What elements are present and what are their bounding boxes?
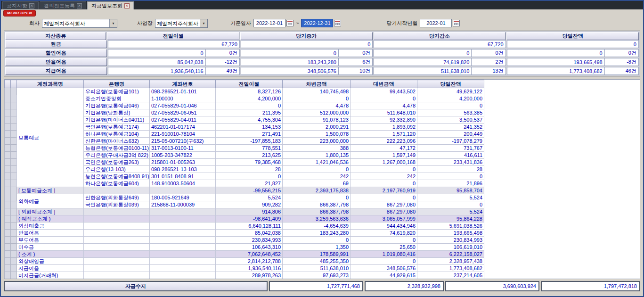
cell-account[interactable]: 부도어음 xyxy=(17,237,84,244)
cell-debit[interactable]: 242 xyxy=(283,173,351,180)
cell-account[interactable]: 받을어음 xyxy=(17,230,84,237)
cell-bal[interactable]: 230,834,993 xyxy=(417,237,484,244)
cell-bal[interactable]: 2,328,957,438 xyxy=(417,258,484,265)
row-indicator[interactable] xyxy=(11,180,17,187)
row-indicator[interactable] xyxy=(5,109,11,116)
cell-debit[interactable]: 2,393,175,838 xyxy=(283,187,351,194)
cell-bal[interactable]: 731,767 xyxy=(417,145,484,152)
cell-bal[interactable]: 6,222,158,027 xyxy=(417,251,484,258)
cell-credit[interactable]: 511,648,010 xyxy=(351,109,417,116)
cell-acct[interactable]: 317-0013-0100-11 xyxy=(150,145,216,152)
row-indicator[interactable] xyxy=(5,237,11,244)
cell-credit[interactable]: 92,332,890 xyxy=(351,116,417,124)
cell-credit[interactable]: 0 xyxy=(351,180,417,187)
cell-debit[interactable]: 223,000,000 xyxy=(283,138,351,145)
cell-account[interactable]: 지급어음 xyxy=(17,265,84,272)
cell-credit[interactable]: 867,297,080 xyxy=(351,208,417,215)
row-indicator[interactable] xyxy=(5,138,11,145)
cell-account[interactable]: ( 소계 ) xyxy=(17,251,84,258)
tab-daily-funds-report[interactable]: 자금일보조회 × xyxy=(87,1,134,9)
cell-credit[interactable]: 25,650 xyxy=(351,244,417,251)
cell-prev[interactable]: 79,385,468 xyxy=(216,159,283,166)
row-indicator[interactable] xyxy=(5,194,11,201)
cell-account[interactable]: 외상매입금 xyxy=(17,258,84,265)
cell-bal[interactable]: 200,449 xyxy=(417,131,484,138)
cell-bank[interactable]: 우리은행(13-103) xyxy=(84,166,150,173)
cell-bank[interactable]: 우리은행(보통예금101) xyxy=(84,88,150,95)
cell-debit[interactable]: 4,478 xyxy=(283,102,351,109)
cell-credit[interactable]: 4,478 xyxy=(351,102,417,109)
row-indicator[interactable] xyxy=(11,244,17,251)
cell-credit[interactable]: 99,443,502 xyxy=(351,88,417,95)
cell-bank[interactable]: 농협은행(보통예금8408-91) xyxy=(84,173,150,180)
row-indicator[interactable] xyxy=(11,116,17,124)
cell-bank[interactable] xyxy=(84,230,150,237)
cell-bal[interactable]: 0 xyxy=(417,102,484,109)
cell-prev[interactable]: 289,978,263 xyxy=(216,272,283,279)
cell-credit[interactable]: 0 xyxy=(351,95,417,102)
cell-bank[interactable] xyxy=(84,187,150,194)
cell-credit[interactable]: 944,434,946 xyxy=(351,223,417,230)
date-from-input[interactable]: 2022-12-01 xyxy=(253,19,285,27)
cell-bal[interactable]: 49,629,122 xyxy=(417,88,484,95)
date-to-input[interactable]: 2022-12-31 xyxy=(301,19,333,27)
cell-acct[interactable] xyxy=(150,272,216,279)
cell-acct[interactable] xyxy=(150,208,216,215)
cell-bank[interactable] xyxy=(84,223,150,230)
tab-notice[interactable]: 공지사항 × xyxy=(2,1,39,9)
row-indicator[interactable] xyxy=(5,102,11,109)
cell-acct[interactable]: 027-055829-06-051 xyxy=(150,109,216,116)
cell-bank[interactable]: 국민은행(보통예금174) xyxy=(84,124,150,131)
row-indicator[interactable] xyxy=(11,159,17,166)
cell-prev[interactable]: 85,042,038 xyxy=(216,230,283,237)
row-indicator[interactable] xyxy=(11,88,17,95)
cell-bank[interactable]: 국민은행(보통예금263) xyxy=(84,159,150,166)
cell-prev[interactable]: 7,062,648,452 xyxy=(216,251,283,258)
cell-credit[interactable]: 47,172 xyxy=(351,145,417,152)
cell-bank[interactable]: 중소기업중앙회 xyxy=(84,95,150,102)
cell-bal[interactable]: -197,078,279 xyxy=(417,138,484,145)
cell-bank[interactable]: 기업은행(마이너스04011) xyxy=(84,116,150,124)
cell-account[interactable]: 외화예금 xyxy=(17,194,84,208)
cell-bal[interactable]: 4,200,000 xyxy=(417,95,484,102)
cell-account[interactable]: [ 외화예금소계 ] xyxy=(17,208,84,215)
cell-prev[interactable]: 211,395 xyxy=(216,109,283,116)
company-select[interactable]: 제일저지주식회사 ▼ xyxy=(42,19,117,28)
cell-prev[interactable]: 0 xyxy=(216,173,283,180)
cell-bank[interactable]: 하나은행(보통예금104) xyxy=(84,131,150,138)
row-indicator[interactable] xyxy=(5,173,11,180)
row-indicator[interactable] xyxy=(11,124,17,131)
cell-bal[interactable]: 237,214,605 xyxy=(417,272,484,279)
row-indicator[interactable] xyxy=(5,145,11,152)
cell-credit[interactable]: 2,197,760,919 xyxy=(351,187,417,194)
row-indicator[interactable] xyxy=(11,194,17,201)
cell-prev[interactable]: 106,643,310 xyxy=(216,244,283,251)
cell-debit[interactable]: 2,000,291 xyxy=(283,124,351,131)
cell-prev[interactable]: 2,814,212,788 xyxy=(216,258,283,265)
cell-prev[interactable]: 230,834,993 xyxy=(216,237,283,244)
cell-credit[interactable]: 348,506,576 xyxy=(351,265,417,272)
cell-bal[interactable]: 1,773,408,682 xyxy=(417,265,484,272)
cell-prev[interactable]: 5,524 xyxy=(216,194,283,201)
cell-bank[interactable]: 기업은행(보통예금046) xyxy=(84,102,150,109)
row-indicator[interactable] xyxy=(11,272,17,279)
row-indicator[interactable] xyxy=(5,166,11,173)
cell-bank[interactable] xyxy=(84,244,150,251)
row-indicator[interactable] xyxy=(11,223,17,230)
cell-acct[interactable] xyxy=(150,265,216,272)
row-indicator[interactable] xyxy=(11,173,17,180)
cell-credit[interactable]: 242 xyxy=(351,173,417,180)
cell-debit[interactable]: 69 xyxy=(283,180,351,187)
cell-credit[interactable]: 1,571,120 xyxy=(351,131,417,138)
cell-debit[interactable]: 0 xyxy=(283,166,351,173)
cell-prev[interactable]: 4,200,000 xyxy=(216,95,283,102)
cell-credit[interactable]: 44,929,615 xyxy=(351,272,417,279)
cell-acct[interactable]: 1005-203-347822 xyxy=(150,152,216,159)
row-indicator[interactable] xyxy=(5,152,11,159)
cell-debit[interactable]: 1,800,135 xyxy=(283,152,351,159)
start-month-input[interactable]: 2022-01 xyxy=(420,19,452,27)
cell-credit[interactable]: 1,019,080,416 xyxy=(351,251,417,258)
cell-debit[interactable]: 512,000,000 xyxy=(283,109,351,116)
cell-acct[interactable] xyxy=(150,237,216,244)
cell-prev[interactable]: 4,755,304 xyxy=(216,116,283,124)
